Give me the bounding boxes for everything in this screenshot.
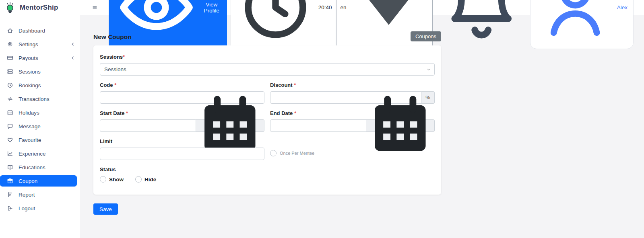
clock-icon <box>7 82 13 88</box>
topbar: View Profile 20:40 en 2 Alex <box>80 0 644 15</box>
end-date-field: End Date * <box>270 110 435 132</box>
sidebar-item-bookings[interactable]: Bookings <box>0 80 80 91</box>
sidebar-item-favourite[interactable]: Favourite <box>0 134 80 146</box>
sidebar-item-report[interactable]: Report <box>0 189 80 200</box>
once-per-mentee-label: Once Per Mentee <box>280 151 314 156</box>
logout-icon <box>7 205 13 211</box>
required-mark: * <box>294 110 296 116</box>
sidebar-item-label: Favourite <box>19 137 41 143</box>
sidebar-item-label: Message <box>19 123 41 129</box>
sidebar-item-label: Settings <box>19 41 38 47</box>
sessions-label-text: Sessions <box>100 54 123 60</box>
report-icon <box>7 191 13 198</box>
time-value: 20:40 <box>318 4 332 10</box>
content: New Coupon Coupons Sessions* Sessions Co… <box>80 15 644 238</box>
start-date-label-text: Start Date <box>100 110 124 116</box>
status-option-show: Show <box>100 176 124 183</box>
bell-icon <box>440 0 523 49</box>
book-icon <box>7 164 13 170</box>
credit-card-icon <box>7 55 13 61</box>
repeat-icon <box>7 96 13 102</box>
coupons-button[interactable]: Coupons <box>411 31 441 41</box>
hamburger-menu-icon[interactable] <box>92 4 97 11</box>
chevron-left-icon <box>70 55 76 61</box>
required-mark: * <box>114 82 116 88</box>
sessions-label: Sessions* <box>100 54 435 60</box>
start-date-input[interactable] <box>100 119 196 132</box>
brand[interactable]: MentorShip <box>0 0 80 15</box>
sidebar-item-label: Experience <box>19 151 46 157</box>
home-icon <box>7 27 13 34</box>
chevron-down-icon <box>427 68 431 72</box>
limit-field: Limit <box>100 138 264 160</box>
discount-label-text: Discount <box>270 82 293 88</box>
sidebar-item-educations[interactable]: Educations <box>0 162 80 173</box>
gift-icon <box>7 178 13 184</box>
status-show-radio[interactable] <box>100 176 106 183</box>
brand-name: MentorShip <box>20 4 58 12</box>
sidebar-nav: DashboardSettingsPayoutsSessionsBookings… <box>0 15 80 216</box>
sidebar-item-label: Dashboard <box>19 28 45 34</box>
status-option-hide: Hide <box>135 176 156 183</box>
chart-line-icon <box>7 150 13 157</box>
sidebar-item-payouts[interactable]: Payouts <box>0 52 80 64</box>
sidebar-item-holidays[interactable]: Holidays <box>0 107 80 118</box>
status-hide-radio[interactable] <box>135 176 142 183</box>
sidebar-item-label: Logout <box>19 205 35 211</box>
view-profile-label: View Profile <box>202 2 222 14</box>
sidebar-item-experience[interactable]: Experience <box>0 148 80 159</box>
discount-label: Discount * <box>270 82 435 88</box>
gear-icon <box>7 41 13 47</box>
page-head: New Coupon Coupons <box>93 31 441 41</box>
sidebar-item-message[interactable]: Message <box>0 121 80 132</box>
limit-input[interactable] <box>100 148 264 160</box>
calendar-icon <box>7 109 13 116</box>
calendar-addon-button[interactable] <box>366 119 435 132</box>
chat-icon <box>7 123 13 129</box>
sessions-select[interactable]: Sessions <box>100 63 435 76</box>
required-mark: * <box>126 110 128 116</box>
status-hide-label: Hide <box>144 176 156 183</box>
sidebar-item-transactions[interactable]: Transactions <box>0 93 80 105</box>
sidebar-item-label: Payouts <box>19 55 38 61</box>
sidebar-item-label: Report <box>19 192 35 198</box>
sessions-field: Sessions* Sessions <box>100 54 435 76</box>
list-icon <box>7 68 13 75</box>
sidebar-item-coupon[interactable]: Coupon <box>0 175 77 187</box>
save-button[interactable]: Save <box>93 203 118 215</box>
sidebar-item-sessions[interactable]: Sessions <box>0 66 80 77</box>
language-value: en <box>340 4 346 10</box>
sessions-select-value: Sessions <box>104 66 126 72</box>
main-area: View Profile 20:40 en 2 Alex <box>80 0 644 238</box>
notifications-button[interactable]: 2 <box>440 0 523 49</box>
code-label: Code * <box>100 82 264 88</box>
app-window: MentorShip DashboardSettingsPayoutsSessi… <box>0 0 644 238</box>
sidebar-item-label: Educations <box>19 164 45 170</box>
end-date-input[interactable] <box>270 119 366 132</box>
sidebar: MentorShip DashboardSettingsPayoutsSessi… <box>0 0 80 238</box>
required-mark: * <box>123 54 125 60</box>
sidebar-item-logout[interactable]: Logout <box>0 203 80 214</box>
once-per-mentee-radio[interactable] <box>270 150 277 156</box>
code-label-text: Code <box>100 82 113 88</box>
end-date-label-text: End Date <box>270 110 293 116</box>
required-mark: * <box>294 82 296 88</box>
chevron-left-icon <box>70 41 76 47</box>
limit-label: Limit <box>100 138 264 144</box>
user-name: Alex <box>617 4 627 10</box>
heart-icon <box>7 137 13 143</box>
sidebar-item-label: Holidays <box>19 110 39 116</box>
sidebar-item-label: Bookings <box>19 82 41 88</box>
calendar-addon-button[interactable] <box>196 119 264 132</box>
status-field: Status Show Hide <box>100 166 435 183</box>
sidebar-item-label: Coupon <box>19 178 37 184</box>
sidebar-item-label: Transactions <box>19 96 50 102</box>
sidebar-item-settings[interactable]: Settings <box>0 39 80 50</box>
page-title: New Coupon <box>93 33 132 41</box>
status-label: Status <box>100 166 435 172</box>
status-show-label: Show <box>109 176 124 183</box>
lightbulb-icon <box>4 2 16 14</box>
sidebar-item-dashboard[interactable]: Dashboard <box>0 25 80 36</box>
new-coupon-form-card: Sessions* Sessions Code * Discount * <box>93 45 441 195</box>
sidebar-item-label: Sessions <box>19 69 41 75</box>
